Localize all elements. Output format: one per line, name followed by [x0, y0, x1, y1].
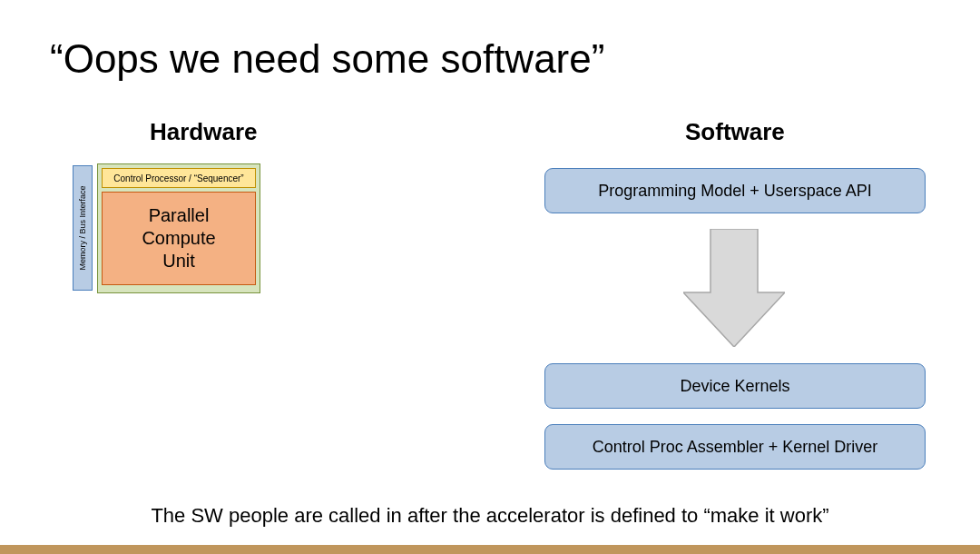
footer-bar — [0, 545, 980, 554]
software-box-programming-model: Programming Model + Userspace API — [544, 168, 926, 213]
memory-bus-label: Memory / Bus Interface — [78, 185, 87, 270]
pcu-line1: Parallel — [149, 204, 210, 227]
sequencer-box: Control Processor / “Sequencer” — [102, 168, 256, 188]
hardware-diagram: Memory / Bus Interface Control Processor… — [73, 163, 263, 295]
parallel-compute-unit-box: Parallel Compute Unit — [102, 192, 256, 285]
pcu-line2: Compute — [142, 227, 215, 250]
slide-title: “Oops we need some software” — [50, 36, 604, 82]
pcu-line3: Unit — [162, 250, 195, 272]
compute-container: Control Processor / “Sequencer” Parallel… — [97, 163, 260, 293]
software-box-device-kernels: Device Kernels — [544, 363, 926, 409]
software-box-assembler-driver: Control Proc Assembler + Kernel Driver — [544, 424, 926, 470]
software-heading: Software — [685, 118, 785, 146]
memory-bus-interface-box: Memory / Bus Interface — [73, 165, 93, 291]
down-arrow-icon — [683, 229, 785, 347]
footer-caption: The SW people are called in after the ac… — [0, 504, 980, 528]
hardware-heading: Hardware — [150, 118, 258, 146]
